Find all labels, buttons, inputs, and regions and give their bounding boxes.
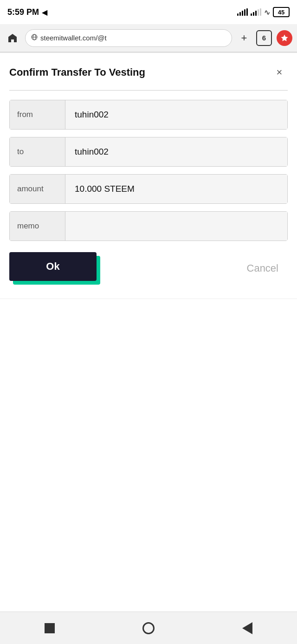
home-nav-button[interactable] — [137, 617, 160, 640]
url-bar[interactable]: steemitwallet.com/@t — [25, 29, 232, 47]
back-triangle-icon — [242, 622, 252, 634]
add-tab-button[interactable]: + — [237, 31, 252, 46]
signal-bar — [258, 9, 259, 16]
signal-bar — [253, 12, 254, 16]
amount-field: amount 10.000 STEEM — [9, 174, 288, 204]
signal-bar — [237, 13, 239, 16]
memo-label: memo — [10, 212, 65, 241]
ok-button-wrapper: Ok — [9, 252, 102, 285]
url-text: steemitwallet.com/@t — [40, 34, 226, 42]
wifi-icon: ∿ — [264, 8, 270, 17]
stop-button[interactable] — [38, 617, 61, 640]
divider-line — [9, 90, 288, 91]
button-row: Ok Cancel — [9, 252, 288, 285]
memo-value[interactable] — [65, 212, 287, 241]
signal-bar — [246, 8, 248, 16]
close-button[interactable]: × — [271, 64, 288, 81]
to-value: tuhin002 — [65, 137, 287, 166]
url-security-icon — [31, 34, 38, 42]
battery-indicator: 45 — [273, 7, 290, 17]
status-bar: 5:59 PM ◀ ∿ 45 — [0, 0, 297, 24]
from-field: from tuhin002 — [9, 100, 288, 130]
signal-bars-1 — [237, 8, 248, 16]
memo-field[interactable]: memo — [9, 211, 288, 241]
signal-bars-2 — [251, 8, 261, 16]
amount-label: amount — [10, 175, 65, 203]
to-label: to — [10, 137, 65, 166]
browser-actions: + 6 — [237, 30, 292, 46]
signal-bar — [239, 12, 241, 16]
signal-bar — [260, 8, 261, 16]
signal-bar — [251, 13, 252, 16]
to-field: to tuhin002 — [9, 137, 288, 167]
back-button[interactable] — [236, 617, 259, 640]
amount-value: 10.000 STEEM — [65, 175, 287, 203]
square-icon — [45, 623, 55, 633]
status-time: 5:59 PM — [7, 7, 39, 17]
ok-button[interactable]: Ok — [9, 252, 97, 281]
from-label: from — [10, 100, 65, 129]
signal-bar — [242, 11, 243, 16]
dialog-title: Confirm Transfer To Vesting — [9, 66, 145, 78]
tab-count-button[interactable]: 6 — [256, 30, 272, 46]
status-left: 5:59 PM ◀ — [7, 7, 47, 17]
bottom-nav — [0, 611, 297, 644]
cancel-button[interactable]: Cancel — [238, 258, 288, 279]
navigation-icon: ◀ — [42, 8, 47, 17]
main-content: Confirm Transfer To Vesting × from tuhin… — [0, 53, 297, 644]
home-button[interactable] — [5, 30, 20, 46]
signal-bar — [255, 11, 257, 16]
dialog: Confirm Transfer To Vesting × from tuhin… — [0, 53, 297, 299]
signal-bar — [244, 9, 245, 16]
browser-bar: steemitwallet.com/@t + 6 — [0, 24, 297, 52]
circle-icon — [142, 622, 155, 634]
profile-button[interactable] — [277, 30, 292, 46]
status-right: ∿ 45 — [237, 7, 290, 17]
from-value: tuhin002 — [65, 100, 287, 129]
dialog-header: Confirm Transfer To Vesting × — [9, 64, 288, 81]
